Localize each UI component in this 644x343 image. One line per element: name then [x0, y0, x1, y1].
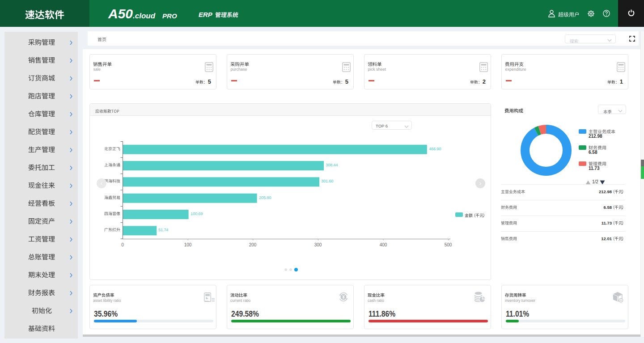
svg-text:¥: ¥ [342, 295, 345, 300]
